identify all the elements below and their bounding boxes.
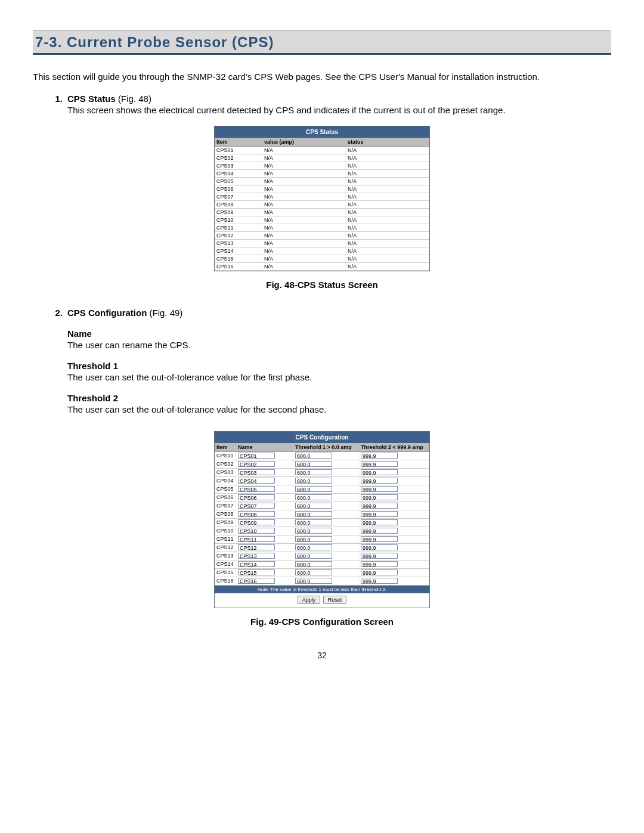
- threshold1-input[interactable]: 600.0: [295, 536, 332, 542]
- name-input[interactable]: CPS02: [238, 461, 275, 467]
- threshold1-input[interactable]: 600.0: [295, 494, 332, 500]
- cfg-cell-t1: 600.0: [293, 527, 359, 535]
- threshold1-input[interactable]: 600.0: [295, 578, 332, 584]
- item1-number: 1.: [33, 94, 67, 104]
- config-row: CPS04CPS04600.0999.9: [215, 477, 429, 485]
- cfg-cell-name: CPS02: [236, 460, 293, 468]
- threshold2-input[interactable]: 999.9: [361, 528, 398, 534]
- section-heading-bar: 7-3. Current Probe Sensor (CPS): [33, 30, 611, 55]
- sub-th1-head: Threshold 1: [67, 361, 611, 371]
- name-input[interactable]: CPS14: [238, 561, 275, 567]
- name-input[interactable]: CPS16: [238, 578, 275, 584]
- cfg-cell-name: CPS08: [236, 510, 293, 518]
- config-row: CPS01CPS01600.0999.9: [215, 452, 429, 460]
- cfg-note: Note: The value of threshold 1 must be l…: [215, 586, 429, 593]
- threshold2-input[interactable]: 999.9: [361, 561, 398, 567]
- threshold2-input[interactable]: 999.9: [361, 569, 398, 575]
- threshold2-input[interactable]: 999.9: [361, 453, 398, 459]
- threshold1-input[interactable]: 600.0: [295, 519, 332, 525]
- name-input[interactable]: CPS10: [238, 528, 275, 534]
- status-cell-status: N/A: [346, 240, 429, 247]
- cfg-cell-t2: 999.9: [359, 477, 429, 485]
- name-input[interactable]: CPS04: [238, 478, 275, 484]
- threshold1-input[interactable]: 600.0: [295, 528, 332, 534]
- status-cell-status: N/A: [346, 209, 429, 216]
- threshold1-input[interactable]: 600.0: [295, 469, 332, 475]
- cfg-cell-name: CPS15: [236, 569, 293, 577]
- status-cell-value: N/A: [262, 224, 346, 231]
- item1-title: CPS Status (Fig. 48): [67, 94, 151, 104]
- cfg-cell-t1: 600.0: [293, 569, 359, 577]
- item2-number: 2.: [33, 308, 67, 318]
- cfg-cell-t1: 600.0: [293, 452, 359, 460]
- name-input[interactable]: CPS13: [238, 553, 275, 559]
- name-input[interactable]: CPS11: [238, 536, 275, 542]
- cfg-cell-name: CPS13: [236, 552, 293, 560]
- cfg-cell-t1: 600.0: [293, 510, 359, 518]
- name-input[interactable]: CPS03: [238, 469, 275, 475]
- name-input[interactable]: CPS09: [238, 519, 275, 525]
- item1-title-bold: CPS Status: [67, 94, 116, 104]
- status-row: CPS10N/AN/A: [215, 216, 429, 224]
- name-input[interactable]: CPS05: [238, 486, 275, 492]
- threshold2-input[interactable]: 999.9: [361, 536, 398, 542]
- status-cell-value: N/A: [262, 232, 346, 239]
- threshold1-input[interactable]: 600.0: [295, 453, 332, 459]
- item2-title-bold: CPS Configuration: [67, 308, 147, 318]
- threshold2-input[interactable]: 999.9: [361, 461, 398, 467]
- name-input[interactable]: CPS01: [238, 453, 275, 459]
- cfg-cell-name: CPS14: [236, 561, 293, 568]
- reset-button[interactable]: Reset: [323, 596, 347, 604]
- cfg-cell-t1: 600.0: [293, 577, 359, 585]
- cfg-cell-t2: 999.9: [359, 577, 429, 585]
- config-row: CPS05CPS05600.0999.9: [215, 485, 429, 494]
- threshold1-input[interactable]: 600.0: [295, 461, 332, 467]
- status-cell-status: N/A: [346, 224, 429, 231]
- threshold1-input[interactable]: 600.0: [295, 569, 332, 575]
- cfg-cell-name: CPS10: [236, 527, 293, 535]
- threshold2-input[interactable]: 999.9: [361, 544, 398, 550]
- cfg-cell-item: CPS14: [215, 561, 236, 568]
- figure-49-caption: Fig. 49-CPS Configuration Screen: [33, 617, 611, 627]
- item1-desc: This screen shows the electrical current…: [67, 105, 611, 115]
- threshold1-input[interactable]: 600.0: [295, 553, 332, 559]
- threshold1-input[interactable]: 600.0: [295, 486, 332, 492]
- name-input[interactable]: CPS06: [238, 494, 275, 500]
- status-cell-status: N/A: [346, 201, 429, 208]
- status-cell-item: CPS14: [215, 247, 262, 255]
- threshold1-input[interactable]: 600.0: [295, 544, 332, 550]
- apply-button[interactable]: Apply: [298, 596, 321, 604]
- sub-th1-text: The user can set the out-of-tolerance va…: [67, 372, 611, 382]
- status-cell-item: CPS04: [215, 170, 262, 177]
- name-input[interactable]: CPS07: [238, 503, 275, 509]
- name-input[interactable]: CPS08: [238, 511, 275, 517]
- threshold2-input[interactable]: 999.9: [361, 503, 398, 509]
- threshold1-input[interactable]: 600.0: [295, 561, 332, 567]
- threshold1-input[interactable]: 600.0: [295, 503, 332, 509]
- threshold2-input[interactable]: 999.9: [361, 519, 398, 525]
- cfg-cell-name: CPS16: [236, 577, 293, 585]
- figure-48-caption: Fig. 48-CPS Status Screen: [33, 280, 611, 290]
- config-row: CPS15CPS15600.0999.9: [215, 569, 429, 577]
- status-cell-item: CPS08: [215, 201, 262, 208]
- name-input[interactable]: CPS15: [238, 569, 275, 575]
- threshold2-input[interactable]: 999.9: [361, 494, 398, 500]
- status-cell-item: CPS16: [215, 263, 262, 270]
- threshold2-input[interactable]: 999.9: [361, 478, 398, 484]
- sub-th2-head: Threshold 2: [67, 393, 611, 403]
- threshold2-input[interactable]: 999.9: [361, 578, 398, 584]
- config-row: CPS03CPS03600.0999.9: [215, 469, 429, 477]
- threshold2-input[interactable]: 999.9: [361, 511, 398, 517]
- threshold1-input[interactable]: 600.0: [295, 511, 332, 517]
- threshold1-input[interactable]: 600.0: [295, 478, 332, 484]
- cfg-cell-t2: 999.9: [359, 552, 429, 560]
- cfg-header-name: Name: [236, 443, 293, 451]
- threshold2-input[interactable]: 999.9: [361, 486, 398, 492]
- name-input[interactable]: CPS12: [238, 544, 275, 550]
- status-cell-status: N/A: [346, 178, 429, 185]
- threshold2-input[interactable]: 999.9: [361, 469, 398, 475]
- status-cell-value: N/A: [262, 178, 346, 185]
- threshold2-input[interactable]: 999.9: [361, 553, 398, 559]
- section-heading: 7-3. Current Probe Sensor (CPS): [35, 34, 609, 51]
- status-cell-value: N/A: [262, 162, 346, 169]
